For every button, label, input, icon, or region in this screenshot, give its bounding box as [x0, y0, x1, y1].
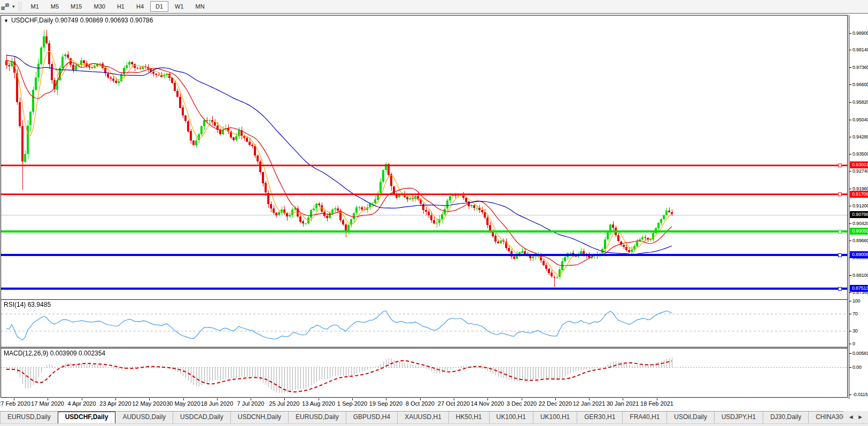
- hline-marker[interactable]: [838, 287, 842, 291]
- price-chip-support-2[interactable]: 0.87513: [850, 285, 868, 292]
- tick-text: 0.00: [852, 365, 862, 370]
- tick-dash: [849, 241, 851, 241]
- tick-dash: [849, 102, 851, 103]
- tab-scroll-left-icon[interactable]: ◀: [849, 414, 853, 420]
- timeframe-button-h4[interactable]: H4: [131, 1, 149, 12]
- hline-support-2[interactable]: [1, 288, 847, 290]
- chart-tool-icon[interactable]: [1, 3, 11, 11]
- tick-dash: [849, 206, 851, 206]
- price-tick: 0.90420: [849, 220, 868, 227]
- rsi-pane: [1, 299, 847, 347]
- hline-marker[interactable]: [838, 230, 842, 234]
- status-strip: [0, 423, 868, 426]
- chart-tab-xauusd-h1[interactable]: XAUUSD,H1: [397, 412, 448, 423]
- timeframe-button-mn[interactable]: MN: [190, 1, 210, 12]
- hline-resistance-2[interactable]: [1, 193, 847, 195]
- chart-tab-ger30-h1[interactable]: GER30,H1: [577, 412, 622, 423]
- price-tick: 0.97360: [849, 64, 868, 71]
- hline-marker[interactable]: [838, 192, 842, 196]
- hline-pivot-green[interactable]: [1, 230, 847, 233]
- date-label: 27 Oct 2020: [438, 400, 470, 407]
- price-tick: 0.98140: [849, 47, 868, 53]
- date-label: 12 Jan 2021: [573, 400, 606, 407]
- chart-tab-dj30-daily[interactable]: DJ30,Daily: [763, 412, 808, 423]
- tick-dash: [849, 50, 851, 50]
- tab-scroll-right-icon[interactable]: ▶: [858, 414, 862, 420]
- tick-text: 0.94280: [852, 134, 868, 140]
- chart-tab-audusd-daily[interactable]: AUDUSD,Daily: [115, 412, 173, 423]
- hline-support-1[interactable]: [1, 254, 847, 256]
- price-tick: 0.92740: [849, 168, 868, 174]
- timeframe-button-m5[interactable]: M5: [45, 1, 64, 12]
- chart-tab-eurusd-daily[interactable]: EURUSD,Daily: [288, 412, 346, 423]
- date-label: 8 Oct 2020: [406, 400, 435, 407]
- price-chip-pivot-green[interactable]: 0.90055: [850, 228, 868, 235]
- date-label: 25 Jul 2020: [269, 400, 300, 407]
- price-tick: 0.95820: [849, 99, 868, 105]
- tick-dash: [849, 33, 851, 34]
- chart-tab-usoil-daily[interactable]: USOil,Daily: [666, 412, 714, 423]
- chart-tab-hk50-h1[interactable]: HK50,H1: [448, 412, 489, 423]
- timeframe-button-m15[interactable]: M15: [65, 1, 87, 12]
- chart-tab-gbpusd-h4[interactable]: GBPUSD,H4: [346, 412, 397, 423]
- tick-dash: [849, 84, 851, 85]
- rsi-tick: 70: [849, 311, 858, 317]
- tick-text: 0.97360: [852, 65, 868, 70]
- tick-text: 0.96600: [852, 82, 868, 87]
- date-label: 17 Mar 2020: [31, 400, 64, 407]
- date-label: 13 Aug 2020: [302, 400, 335, 407]
- date-label: 12 May 2020: [132, 400, 166, 407]
- macd-tick: 0.00: [849, 364, 862, 370]
- chart-tab-usdcnh-daily[interactable]: USDCNH,Daily: [230, 412, 288, 423]
- tick-text: 0.90420: [852, 221, 868, 226]
- tick-text: 0.95040: [852, 117, 868, 122]
- price-chip-resistance-1[interactable]: 0.93001: [850, 161, 868, 168]
- hline-resistance-1[interactable]: [1, 165, 847, 166]
- tick-text: 100: [852, 298, 860, 304]
- hline-marker[interactable]: [838, 253, 842, 257]
- chart-tab-fra40-h1[interactable]: FRA40,H1: [622, 412, 666, 423]
- chart-tab-eurusd-daily[interactable]: EURUSD,Daily: [1, 412, 58, 423]
- toolbar-grip[interactable]: [19, 2, 21, 11]
- tick-text: 0.91200: [852, 203, 868, 208]
- tick-text: 0: [852, 341, 855, 346]
- tick-dash: [849, 154, 851, 154]
- price-tick: 0.98900: [849, 30, 868, 36]
- timeframe-button-h1[interactable]: H1: [112, 1, 130, 12]
- price-chip-resistance-2[interactable]: 0.91709: [850, 191, 868, 198]
- tick-text: 0.89660: [852, 238, 868, 243]
- price-tick: 0.93500: [849, 151, 868, 157]
- price-tick: 0.91200: [849, 203, 868, 209]
- chart-title: ▼USDCHF,Daily 0.90749 0.90869 0.90693 0.…: [4, 17, 153, 24]
- price-tick: 0.96600: [849, 81, 868, 88]
- date-label: 30 May 2020: [166, 400, 200, 407]
- dropdown-caret-icon[interactable]: ▾: [12, 4, 15, 9]
- chart-tab-usdcad-daily[interactable]: USDCAD,Daily: [173, 412, 230, 423]
- timeframe-button-m30[interactable]: M30: [89, 1, 111, 12]
- timeframe-button-d1[interactable]: D1: [150, 1, 168, 12]
- date-axis[interactable]: 27 Feb 202017 Mar 20204 Apr 202023 Apr 2…: [1, 398, 851, 409]
- chart-tab-uk100-h1[interactable]: UK100,H1: [489, 412, 533, 423]
- tick-dash: [849, 353, 851, 354]
- chart-tab-uk100-h1[interactable]: UK100,H1: [533, 412, 577, 423]
- tick-text: 0.92740: [852, 168, 868, 174]
- tick-dash: [849, 171, 851, 172]
- chart-tab-usdjpy-h1[interactable]: USDJPY,H1: [714, 412, 763, 423]
- current-price-chip[interactable]: 0.90786: [850, 211, 868, 218]
- chart-tab-usdchf-daily[interactable]: USDCHF,Daily: [58, 412, 116, 423]
- hline-marker[interactable]: [838, 164, 842, 167]
- date-label: 1 Sep 2020: [337, 400, 367, 407]
- chart-dropdown-icon[interactable]: ▼: [4, 18, 9, 24]
- timeframe-button-m1[interactable]: M1: [26, 1, 44, 12]
- price-axis[interactable]: 0.989000.981400.973600.966000.958200.950…: [849, 15, 868, 399]
- price-tick: 0.95040: [849, 117, 868, 123]
- tick-dash: [849, 137, 851, 137]
- tick-text: 0.93500: [852, 151, 868, 157]
- price-chip-support-1[interactable]: 0.89006: [850, 251, 868, 258]
- tick-dash: [849, 314, 851, 314]
- date-label: 3 Dec 2020: [507, 400, 537, 407]
- timeframe-button-w1[interactable]: W1: [169, 1, 189, 12]
- rsi-indicator-label: RSI(14) 63.9485: [4, 301, 51, 308]
- tick-text: 0.98900: [852, 30, 868, 36]
- tick-text: 30: [852, 328, 858, 334]
